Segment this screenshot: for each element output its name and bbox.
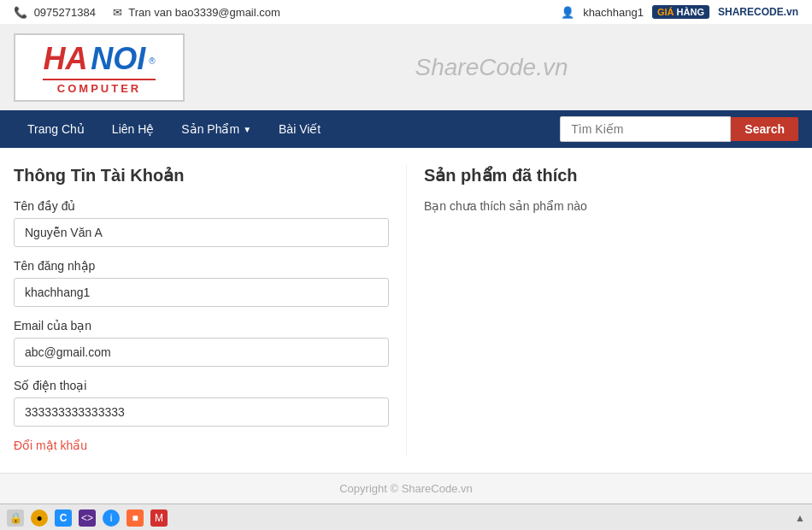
logo-inner: HA NOI ® COMPUTER [43,41,155,95]
username-display: khachhang1 [583,6,644,19]
sharecode-brand: SHARECODE.vn [718,6,798,18]
taskbar-icon-4[interactable]: <> [79,509,96,527]
taskbar: 🔒 ● C <> i ■ M ▲ [0,504,812,530]
main-content: Thông Tin Tài Khoản Tên đầy đủ Tên đăng … [0,148,812,473]
taskbar-icon-5[interactable]: i [103,509,120,527]
chevron-up-icon: ▲ [795,512,805,524]
nav-item-contact[interactable]: Liên Hệ [98,110,168,148]
phone-input[interactable] [14,398,389,427]
nav-item-home[interactable]: Trang Chủ [14,110,98,148]
email-icon: ✉ [113,6,122,19]
phone-number: 0975271384 [34,6,96,19]
nav-link-contact[interactable]: Liên Hệ [98,110,168,148]
nav-links: Trang Chủ Liên Hệ Sản Phẩm ▼ Bài Viết [14,110,334,148]
fullname-input[interactable] [14,218,389,247]
nav-link-posts[interactable]: Bài Viết [265,110,334,148]
liked-title: Sản phẩm đã thích [424,165,798,186]
right-panel: Sản phẩm đã thích Bạn chưa thích sản phẩ… [407,165,798,456]
nav-item-products[interactable]: Sản Phẩm ▼ [168,110,265,148]
nav-products-label: Sản Phẩm [181,122,239,136]
navbar: Trang Chủ Liên Hệ Sản Phẩm ▼ Bài Viết Se… [0,110,812,148]
email-group: Email của bạn [14,319,389,367]
fullname-group: Tên đầy đủ [14,199,389,247]
taskbar-right: ▲ [795,512,805,524]
phone-label: Số điện thoại [14,379,389,392]
change-password-link[interactable]: Đổi mật khẩu [14,439,87,452]
search-input[interactable] [560,116,731,142]
search-form: Search [560,116,798,142]
taskbar-icon-7[interactable]: M [150,509,168,527]
email-input[interactable] [14,338,389,367]
phone-info: 📞 0975271384 [14,6,96,19]
user-icon: 👤 [561,6,574,19]
footer: Copyright © ShareCode.vn [0,473,812,504]
logo-noi: NOI [91,41,145,76]
header: HA NOI ® COMPUTER ShareCode.vn [0,25,812,110]
phone-group: Số điện thoại [14,379,389,427]
nav-dropdown-products: Sản Phẩm ▼ [181,122,251,136]
logo-text-row: HA NOI ® [43,41,155,77]
logo-computer: COMPUTER [43,79,155,95]
username-input[interactable] [14,278,389,307]
email-label: Email của bạn [14,319,389,333]
taskbar-icon-1[interactable]: 🔒 [7,509,24,527]
dropdown-arrow-icon: ▼ [243,125,251,134]
logo-ha: HA [43,41,87,76]
sharecode-logo: GIÁ HÀNG [652,5,709,19]
taskbar-icon-6[interactable]: ■ [127,509,144,527]
taskbar-icon-3[interactable]: C [55,509,72,527]
nav-item-posts[interactable]: Bài Viết [265,110,334,148]
header-brand: ShareCode.vn [185,54,798,81]
taskbar-icon-2[interactable]: ● [31,509,48,527]
username-label: Tên đăng nhập [14,259,389,273]
copyright-text: Copyright © ShareCode.vn [339,482,473,495]
fullname-label: Tên đầy đủ [14,199,389,213]
username-group: Tên đăng nhập [14,259,389,307]
top-bar: 📞 0975271384 ✉ Tran van bao3339@gmail.co… [0,0,812,25]
email-address: Tran van bao3339@gmail.com [128,6,279,19]
nav-link-products[interactable]: Sản Phẩm ▼ [168,110,265,148]
logo-tm: ® [149,56,155,66]
top-bar-right: 👤 khachhang1 GIÁ HÀNG SHARECODE.vn [561,5,798,19]
no-liked-message: Bạn chưa thích sản phẩm nào [424,199,798,213]
top-bar-left: 📞 0975271384 ✉ Tran van bao3339@gmail.co… [14,6,280,19]
account-title: Thông Tin Tài Khoản [14,165,389,186]
taskbar-icons: 🔒 ● C <> i ■ M [7,509,168,527]
left-panel: Thông Tin Tài Khoản Tên đầy đủ Tên đăng … [14,165,407,456]
email-info: ✉ Tran van bao3339@gmail.com [113,6,280,19]
nav-link-home[interactable]: Trang Chủ [14,110,98,148]
phone-icon: 📞 [14,6,27,19]
search-button[interactable]: Search [731,117,798,141]
logo[interactable]: HA NOI ® COMPUTER [14,33,185,102]
